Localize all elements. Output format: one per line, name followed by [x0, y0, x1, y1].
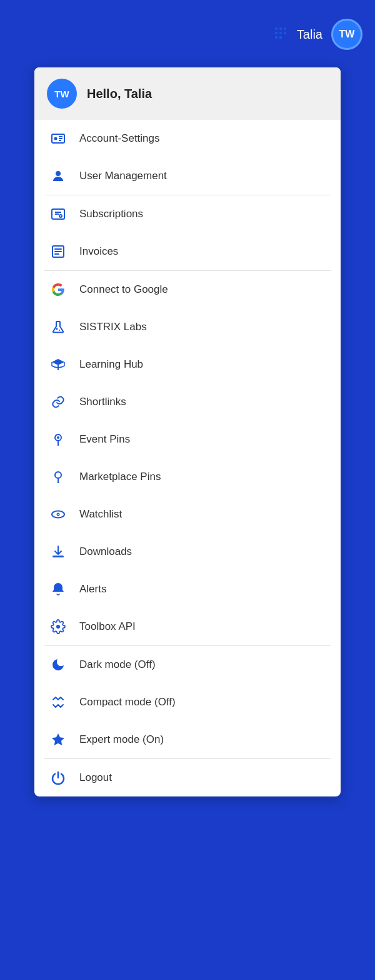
learning-icon [49, 356, 67, 373]
gear-icon [49, 618, 67, 635]
menu-item-label: Shortlinks [79, 396, 126, 408]
svg-rect-2 [284, 27, 286, 30]
menu-item-label: Marketplace Pins [79, 471, 161, 483]
subscriptions-icon [49, 205, 67, 223]
menu-header: TW Hello, Talia [34, 67, 341, 120]
link-icon [49, 393, 67, 411]
menu-item-shortlinks[interactable]: Shortlinks [34, 383, 341, 421]
id-card-icon [49, 130, 67, 147]
svg-point-27 [55, 472, 61, 478]
menu-item-alerts[interactable]: Alerts [34, 571, 341, 608]
menu-item-compact-mode[interactable]: Compact mode (Off) [34, 684, 341, 721]
menu-item-learning-hub[interactable]: Learning Hub [34, 346, 341, 383]
menu-item-label: Learning Hub [79, 358, 143, 371]
menu-item-label: Event Pins [79, 433, 130, 446]
menu-item-invoices[interactable]: Invoices [34, 233, 341, 270]
svg-rect-0 [275, 27, 278, 30]
menu-item-event-pins[interactable]: Event Pins [34, 421, 341, 458]
menu-item-label: Subscriptions [79, 208, 143, 220]
eye-icon [49, 506, 67, 523]
header-avatar[interactable]: TW [331, 19, 362, 50]
svg-point-31 [58, 514, 59, 515]
menu-item-connect-to-google[interactable]: Connect to Google [34, 271, 341, 308]
menu-item-label: Watchlist [79, 508, 122, 521]
power-icon [49, 769, 67, 786]
menu-item-user-management[interactable]: User Management [34, 157, 341, 195]
invoices-icon [49, 243, 67, 260]
header-bar: Talia TW [0, 0, 375, 69]
menu-item-label: Expert mode (On) [79, 733, 164, 746]
menu-item-label: Invoices [79, 245, 118, 258]
menu-item-label: Alerts [79, 583, 106, 595]
menu-item-label: Compact mode (Off) [79, 696, 176, 708]
menu-item-marketplace-pins[interactable]: Marketplace Pins [34, 458, 341, 496]
compact-icon [49, 693, 67, 711]
menu-item-account-settings[interactable]: Account-Settings [34, 120, 341, 157]
grid-icon [273, 26, 288, 43]
download-icon [49, 543, 67, 561]
menu-item-subscriptions[interactable]: Subscriptions [34, 195, 341, 233]
menu-item-label: Toolbox API [79, 620, 136, 633]
menu-avatar: TW [47, 79, 77, 109]
svg-marker-33 [52, 733, 64, 745]
svg-point-9 [54, 137, 58, 140]
svg-rect-32 [52, 556, 64, 557]
svg-rect-4 [279, 32, 282, 34]
menu-item-logout[interactable]: Logout [34, 759, 341, 796]
menu-greeting: Hello, Talia [87, 87, 152, 101]
menu-item-toolbox-api[interactable]: Toolbox API [34, 608, 341, 645]
menu-item-downloads[interactable]: Downloads [34, 533, 341, 571]
menu-item-label: User Management [79, 170, 167, 182]
svg-point-25 [57, 436, 59, 439]
svg-rect-5 [284, 32, 286, 34]
menu-item-label: Logout [79, 772, 112, 784]
header-username: Talia [297, 27, 322, 42]
menu-item-expert-mode[interactable]: Expert mode (On) [34, 721, 341, 758]
svg-rect-19 [54, 253, 59, 255]
menu-item-sistrix-labs[interactable]: SISTRIX Labs [34, 308, 341, 346]
star-icon [49, 731, 67, 748]
svg-rect-7 [279, 36, 282, 39]
svg-rect-3 [275, 32, 278, 34]
bell-icon [49, 581, 67, 598]
labs-icon [49, 318, 67, 336]
svg-point-22 [59, 330, 60, 331]
user-icon [49, 167, 67, 185]
menu-item-label: Connect to Google [79, 283, 168, 296]
pin-icon [49, 431, 67, 448]
svg-point-13 [56, 171, 61, 176]
svg-rect-1 [279, 27, 282, 30]
svg-rect-6 [275, 36, 278, 39]
svg-rect-18 [54, 251, 62, 252]
menu-item-label: SISTRIX Labs [79, 321, 147, 333]
menu-item-label: Account-Settings [79, 132, 160, 145]
menu-item-label: Downloads [79, 546, 132, 558]
svg-rect-17 [54, 248, 62, 250]
dropdown-menu: TW Hello, Talia Account-Settings User Ma… [34, 67, 341, 796]
menu-item-dark-mode[interactable]: Dark mode (Off) [34, 646, 341, 684]
menu-item-label: Dark mode (Off) [79, 659, 156, 671]
google-icon [49, 281, 67, 298]
moon-icon [49, 656, 67, 674]
marketplace-icon [49, 468, 67, 486]
svg-point-21 [56, 328, 58, 330]
menu-item-watchlist[interactable]: Watchlist [34, 496, 341, 533]
